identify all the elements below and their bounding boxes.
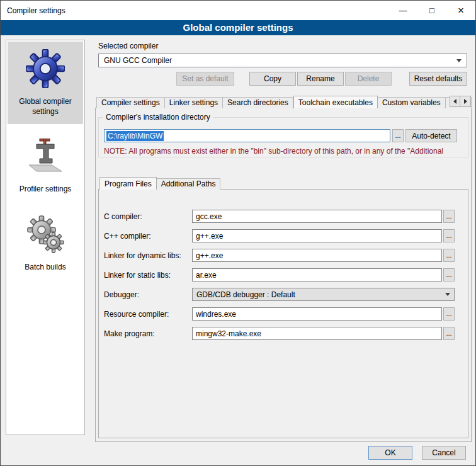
close-icon: ×	[458, 5, 464, 16]
debugger-select[interactable]: GDB/CDB debugger : Default	[192, 288, 455, 301]
sidebar-item-label: Global compiler settings	[9, 97, 82, 116]
tab-scroll-right-button[interactable]	[460, 96, 471, 107]
settings-sidebar: Global compiler settings Profiler settin…	[6, 40, 85, 435]
field-label: Linker for dynamic libs:	[104, 251, 192, 260]
settings-tab-strip: Compiler settings Linker settings Search…	[95, 95, 472, 108]
browse-button[interactable]: ...	[443, 307, 455, 321]
tab-search-directories[interactable]: Search directories	[223, 97, 293, 108]
field-label: Debugger:	[104, 290, 192, 299]
chevron-down-icon	[456, 59, 462, 62]
tab-scroll-buttons	[450, 96, 471, 107]
install-dir-row: C:\raylib\MinGW ... Auto-detect	[104, 129, 463, 142]
programs-tab-strip: Program Files Additional Paths	[98, 176, 468, 190]
browse-button[interactable]: ...	[443, 249, 455, 262]
field-label: Resource compiler:	[104, 310, 192, 319]
tab-additional-paths[interactable]: Additional Paths	[157, 178, 221, 190]
tab-scroll-left-button[interactable]	[450, 96, 460, 107]
compiler-select-value: GNU GCC Compiler	[104, 56, 172, 65]
copy-button[interactable]: Copy	[249, 72, 296, 86]
browse-button[interactable]: ...	[443, 327, 455, 340]
compiler-actions: Set as default Copy Rename Delete Reset …	[98, 72, 467, 86]
sidebar-item-batch-builds[interactable]: Batch builds	[8, 207, 83, 280]
resource-compiler-input[interactable]	[192, 307, 442, 321]
tab-program-files[interactable]: Program Files	[99, 177, 157, 190]
browse-button[interactable]: ...	[443, 210, 455, 223]
ok-button[interactable]: OK	[368, 446, 412, 460]
gears-gray-icon	[9, 212, 82, 256]
compiler-select[interactable]: GNU GCC Compiler	[98, 54, 467, 67]
arrow-right-icon	[464, 99, 467, 104]
titlebar: Compiler settings — □ ×	[1, 1, 475, 20]
install-dir-input[interactable]: C:\raylib\MinGW	[104, 129, 390, 142]
minimize-button[interactable]: —	[388, 1, 417, 20]
toolchain-executables-page: Compiler's installation directory C:\ray…	[95, 108, 472, 442]
rename-button[interactable]: Rename	[297, 72, 344, 86]
sidebar-item-global-compiler-settings[interactable]: Global compiler settings	[8, 42, 83, 124]
tab-compiler-settings[interactable]: Compiler settings	[96, 97, 165, 108]
toolchain-fields: C compiler: ... C++ compiler: ... Linker…	[99, 202, 468, 346]
group-title: Compiler's installation directory	[103, 113, 213, 122]
field-label: Linker for static libs:	[104, 271, 192, 280]
window-title: Compiler settings	[7, 6, 65, 15]
field-row-resource-compiler: Resource compiler: ...	[104, 307, 455, 321]
maximize-button[interactable]: □	[417, 1, 446, 20]
caption-buttons: — □ ×	[388, 1, 475, 20]
dynamic-linker-input[interactable]	[192, 249, 442, 262]
programs-notebook: Program Files Additional Paths C compile…	[98, 176, 468, 438]
sidebar-item-label: Batch builds	[9, 263, 82, 273]
selected-compiler-label: Selected compiler	[98, 42, 158, 50]
debugger-select-value: GDB/CDB debugger : Default	[196, 290, 295, 299]
browse-button[interactable]: ...	[443, 229, 455, 242]
sidebar-item-label: Profiler settings	[9, 185, 82, 195]
close-button[interactable]: ×	[446, 1, 475, 20]
field-row-cpp-compiler: C++ compiler: ...	[104, 229, 455, 242]
page-title: Global compiler settings	[1, 20, 475, 35]
browse-button[interactable]: ...	[443, 268, 455, 281]
installation-directory-group: Compiler's installation directory C:\ray…	[98, 117, 468, 157]
install-dir-browse-button[interactable]: ...	[392, 129, 404, 142]
field-label: C++ compiler:	[104, 232, 192, 241]
make-program-input[interactable]	[192, 327, 442, 340]
dialog-footer: OK Cancel	[368, 446, 466, 460]
field-row-static-linker: Linker for static libs: ...	[104, 268, 455, 281]
settings-notebook: Compiler settings Linker settings Search…	[95, 95, 472, 442]
install-dir-value: C:\raylib\MinGW	[106, 131, 164, 141]
bin-subdirectory-note: NOTE: All programs must exist either in …	[104, 147, 467, 156]
delete-button: Delete	[345, 72, 392, 86]
chevron-down-icon	[445, 293, 450, 296]
field-row-dynamic-linker: Linker for dynamic libs: ...	[104, 249, 455, 262]
tab-custom-variables[interactable]: Custom variables	[378, 97, 446, 108]
sidebar-item-profiler-settings[interactable]: Profiler settings	[8, 129, 83, 202]
field-row-make-program: Make program: ...	[104, 327, 455, 340]
set-as-default-button: Set as default	[176, 72, 234, 86]
profiler-clamp-icon	[9, 134, 82, 178]
auto-detect-button[interactable]: Auto-detect	[405, 129, 457, 142]
c-compiler-input[interactable]	[192, 210, 442, 223]
field-label: Make program:	[104, 329, 192, 338]
field-row-c-compiler: C compiler: ...	[104, 210, 455, 223]
program-files-page: C compiler: ... C++ compiler: ... Linker…	[98, 189, 468, 438]
field-row-debugger: Debugger: GDB/CDB debugger : Default	[104, 288, 455, 301]
cancel-button[interactable]: Cancel	[422, 446, 466, 460]
static-linker-input[interactable]	[192, 268, 442, 281]
tab-toolchain-executables[interactable]: Toolchain executables	[293, 96, 378, 108]
cpp-compiler-input[interactable]	[192, 229, 442, 242]
maximize-icon: □	[429, 6, 434, 15]
compiler-settings-dialog: Compiler settings — □ × Global compiler …	[0, 0, 476, 466]
gear-blue-icon	[9, 47, 82, 91]
arrow-left-icon	[453, 99, 456, 104]
minimize-icon: —	[399, 6, 407, 15]
field-label: C compiler:	[104, 212, 192, 221]
tab-linker-settings[interactable]: Linker settings	[165, 97, 223, 108]
reset-defaults-button[interactable]: Reset defaults	[409, 72, 467, 86]
